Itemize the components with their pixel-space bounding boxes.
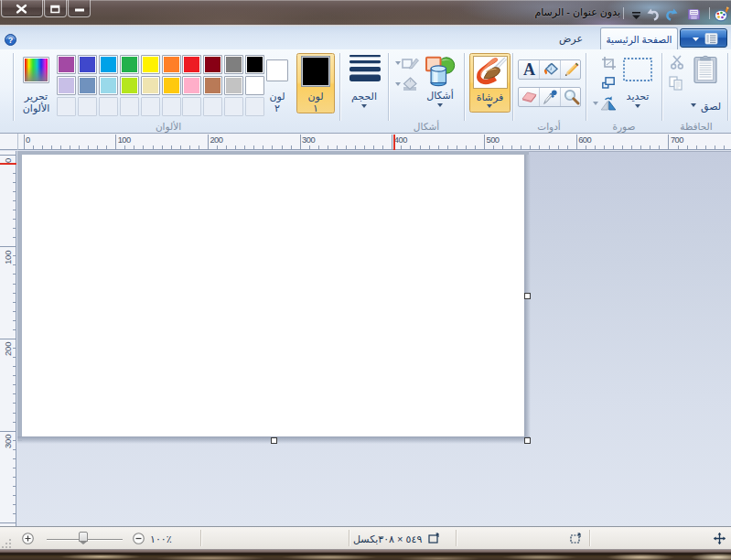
svg-text:100: 100 (3, 250, 13, 264)
svg-text:?: ? (8, 36, 14, 45)
svg-text:200: 200 (3, 342, 13, 356)
svg-text:0: 0 (3, 157, 13, 162)
svg-text:300: 300 (3, 435, 13, 448)
